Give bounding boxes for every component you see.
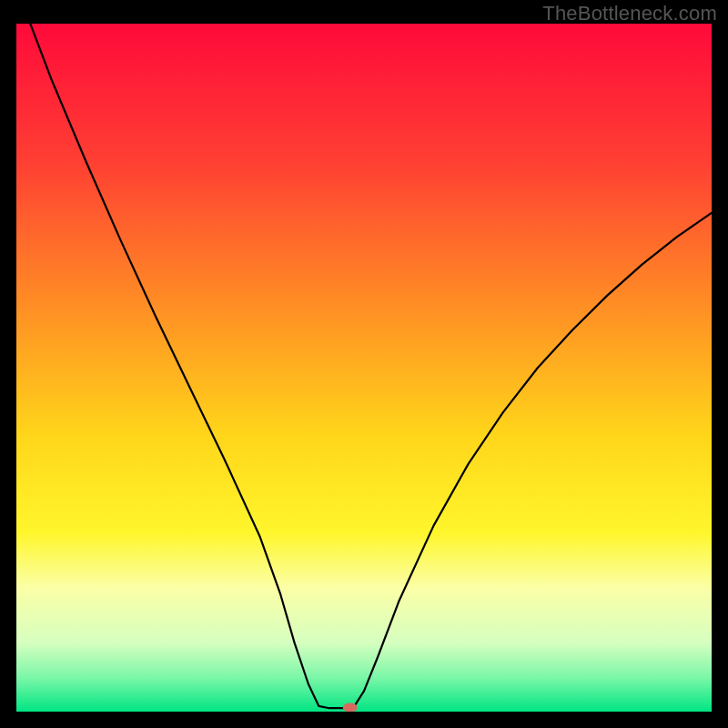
bottleneck-chart	[16, 24, 712, 712]
chart-container: TheBottleneck.com	[0, 0, 728, 728]
optimum-marker	[343, 703, 358, 712]
watermark-text: TheBottleneck.com	[542, 2, 717, 25]
plot-area	[16, 24, 712, 712]
gradient-background	[16, 24, 712, 712]
